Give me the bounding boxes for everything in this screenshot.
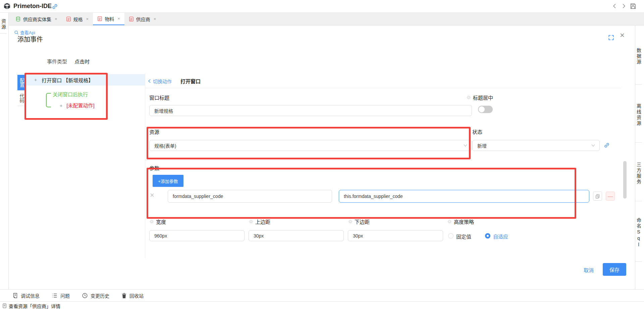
dialog-scrollbar[interactable]: [623, 161, 627, 199]
left-rail-resources[interactable]: 资源: [0, 13, 7, 34]
recycle-bin-button[interactable]: 回收站: [121, 292, 144, 299]
tab-label: 规格: [73, 16, 83, 22]
panel-header: 切换动作 打开窗口: [148, 78, 201, 85]
event-type-label: 事件类型: [47, 59, 67, 64]
problems-list-icon: [52, 293, 58, 299]
event-type-row: 事件类型 点击时: [47, 58, 90, 65]
switch-action-link[interactable]: 切换动作: [148, 78, 172, 85]
gear-icon: [466, 95, 471, 100]
tree-node-label: 打开窗口 【新增规格】: [42, 76, 93, 84]
bottom-toolbar: 调试信息 问题 变更历史 回收站: [0, 289, 644, 301]
tree-node-unconfigured-action[interactable]: + [未配置动作]: [60, 102, 95, 109]
tree-node-label: [未配置动作]: [66, 103, 94, 108]
form-icon: [97, 16, 102, 21]
header-divider: [145, 88, 621, 88]
right-rail-offline-resources[interactable]: 离线资源: [635, 85, 642, 143]
app-logo-icon: [3, 2, 11, 10]
app-window: Primeton-IDE 供应商实体集 × 规格 ×: [0, 0, 644, 310]
params-label: 参数: [149, 164, 159, 171]
change-history-button[interactable]: 变更历史: [82, 292, 109, 299]
title-center-field: 标题居中: [466, 94, 493, 101]
chevron-left-icon: [148, 79, 151, 83]
copy-icon: [595, 194, 600, 199]
state-select[interactable]: 新增: [472, 140, 600, 151]
status-text: 查看资源「供应商」详情: [9, 303, 60, 309]
action-title: 打开窗口: [180, 78, 201, 85]
trash-icon: [121, 293, 127, 299]
status-bar: 查看资源「供应商」详情: [0, 301, 644, 310]
remove-param-button[interactable]: —: [606, 192, 615, 201]
chevron-down-icon: [463, 144, 468, 147]
tab-supplier[interactable]: 供应商 ×: [124, 13, 161, 25]
param-name-input[interactable]: formdata_supplier_code: [168, 190, 332, 203]
tab-label: 供应商实体集: [23, 16, 51, 22]
gear-icon: [149, 219, 154, 224]
database-icon: [15, 16, 21, 22]
tab-supplier-entity-set[interactable]: 供应商实体集 ×: [11, 13, 62, 25]
link-icon[interactable]: [51, 3, 58, 10]
event-type-value: 点击时: [74, 59, 90, 64]
fullscreen-icon[interactable]: [608, 34, 614, 41]
minus-icon: —: [608, 193, 613, 199]
param-value-input[interactable]: this.formdata_supplier_code: [339, 190, 589, 203]
dialog-title: 添加事件: [17, 34, 43, 43]
gear-icon: [249, 219, 254, 224]
form-icon: [129, 16, 134, 22]
save-button[interactable]: 保存: [603, 263, 626, 276]
tab-code[interactable]: 代码: [17, 90, 26, 106]
cancel-button[interactable]: 取消: [584, 266, 594, 273]
tab-material[interactable]: 物料 ×: [93, 13, 124, 25]
tree-branch-connector: [46, 93, 51, 107]
state-label: 状态: [472, 128, 482, 135]
fixed-value-label[interactable]: 固定值: [456, 233, 471, 240]
close-tab-icon[interactable]: ×: [117, 16, 120, 21]
height-strategy-field-label: 高度策略: [447, 218, 474, 225]
margin-bottom-input[interactable]: 30px: [348, 230, 443, 241]
gear-icon: [348, 219, 353, 224]
save-icon[interactable]: [630, 3, 637, 10]
copy-param-button[interactable]: [593, 192, 602, 201]
auto-fit-label[interactable]: 自适应: [493, 233, 508, 240]
close-tab-icon[interactable]: ×: [86, 16, 89, 21]
chevron-down-icon: [591, 144, 595, 147]
history-forward-icon[interactable]: [621, 3, 627, 9]
margin-top-input[interactable]: 30px: [249, 230, 344, 241]
tab-config[interactable]: 配置: [17, 75, 26, 90]
close-tab-icon[interactable]: ×: [55, 16, 57, 21]
right-rail-third-party-services[interactable]: 三方服务: [635, 143, 642, 201]
bind-link-icon[interactable]: [603, 142, 610, 149]
problems-button[interactable]: 问题: [52, 292, 70, 299]
drag-handle-icon[interactable]: [150, 193, 154, 197]
toggle-knob: [479, 106, 485, 112]
tree-branch-after-close[interactable]: 关闭窗口后执行: [53, 91, 88, 98]
tab-spec[interactable]: 规格 ×: [62, 13, 93, 25]
add-param-button[interactable]: +添加参数: [153, 175, 183, 187]
fixed-value-radio[interactable]: [448, 233, 453, 239]
resource-value: 规格(表单): [154, 142, 176, 149]
history-back-icon[interactable]: [612, 3, 618, 9]
tab-bar: 供应商实体集 × 规格 × 物料 × 供应商 ×: [9, 13, 644, 25]
tab-label: 供应商: [136, 16, 150, 22]
panel-divider: [145, 73, 145, 258]
auto-fit-radio[interactable]: [485, 233, 490, 239]
right-rail-named-sql[interactable]: 命名Sql: [635, 201, 642, 262]
width-input[interactable]: 960px: [149, 230, 245, 241]
form-icon: [66, 16, 71, 22]
margin-top-field-label: 上边距: [249, 218, 270, 225]
title-center-toggle[interactable]: [478, 106, 493, 113]
expand-icon[interactable]: +: [34, 77, 37, 83]
debug-info-button[interactable]: 调试信息: [12, 292, 40, 299]
expand-icon[interactable]: +: [60, 103, 62, 108]
gear-icon: [447, 219, 452, 224]
resource-label: 资源: [149, 128, 159, 135]
tree-node-open-window[interactable]: + 打开窗口 【新增规格】: [26, 74, 145, 86]
state-value: 新增: [477, 142, 487, 149]
debug-info-icon: [12, 293, 18, 299]
resource-select[interactable]: 规格(表单): [149, 140, 472, 151]
add-event-dialog: 查看Api 添加事件 × 事件类型 点击时 配置 代码 + 打开窗口 【新增规格…: [9, 25, 635, 289]
tab-label: 物料: [105, 15, 114, 22]
close-icon[interactable]: ×: [620, 31, 625, 39]
close-tab-icon[interactable]: ×: [154, 16, 156, 21]
right-rail-datasource[interactable]: 数据源: [635, 25, 642, 85]
window-title-input[interactable]: 新增规格: [149, 105, 472, 116]
